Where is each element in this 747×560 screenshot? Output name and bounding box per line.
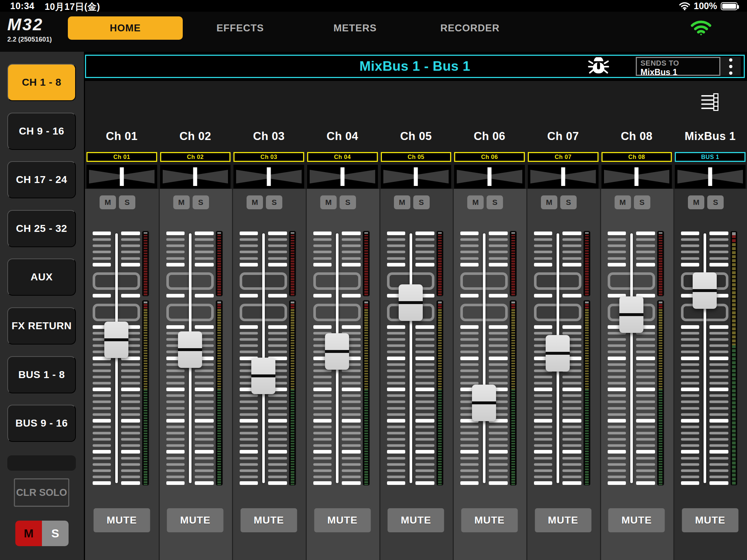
fader-cap[interactable] xyxy=(619,296,643,333)
scribble-strip[interactable]: Ch 07 xyxy=(528,152,599,162)
bug-icon[interactable] xyxy=(588,57,612,75)
sidebar-item-ch-25-32[interactable]: CH 25 - 32 xyxy=(7,210,76,247)
mute-button[interactable]: MUTE xyxy=(461,508,518,532)
meter-led-zone xyxy=(732,232,736,235)
scale-tick-minor xyxy=(240,401,258,403)
scale-tick-minor xyxy=(415,257,434,260)
fader-cap[interactable] xyxy=(693,272,717,309)
sidebar-item-bus-9-16[interactable]: BUS 9 - 16 xyxy=(7,405,76,442)
sidebar-item-ch-9-16[interactable]: CH 9 - 16 xyxy=(7,113,76,150)
scribble-strip[interactable]: Ch 03 xyxy=(233,152,304,162)
strip-name: Ch 03 xyxy=(232,128,306,144)
solo-small-button[interactable]: S xyxy=(707,195,724,209)
scribble-strip[interactable]: Ch 02 xyxy=(160,152,231,162)
master-mute-button[interactable]: M xyxy=(15,521,42,546)
mute-button[interactable]: MUTE xyxy=(241,508,297,532)
pan-control[interactable] xyxy=(381,165,452,188)
scale-tick-major xyxy=(636,450,655,454)
pan-control[interactable] xyxy=(86,165,157,188)
strip-name: Ch 02 xyxy=(159,128,232,144)
fader-cap[interactable] xyxy=(546,335,570,372)
clr-solo-button[interactable]: CLR SOLO xyxy=(14,478,69,507)
solo-small-button[interactable]: S xyxy=(193,195,209,209)
solo-small-button[interactable]: S xyxy=(413,195,430,209)
sidebar-item-ch-1-8[interactable]: CH 1 - 8 xyxy=(7,64,76,101)
strip-2-channel: Ch 02Ch 02MSMUTE xyxy=(159,81,232,560)
scale-tick-minor xyxy=(415,338,434,341)
scale-tick-minor xyxy=(268,257,287,260)
scribble-strip[interactable]: Ch 04 xyxy=(307,152,378,162)
mute-small-button[interactable]: M xyxy=(467,195,484,209)
tab-home[interactable]: HOME xyxy=(68,16,183,40)
tab-meters[interactable]: METERS xyxy=(298,16,413,40)
solo-small-button[interactable]: S xyxy=(266,195,282,209)
scribble-strip[interactable]: Ch 01 xyxy=(86,152,157,162)
master-solo-button[interactable]: S xyxy=(42,521,69,546)
scale-tick-minor xyxy=(342,238,361,241)
scale-tick-major xyxy=(93,263,111,267)
sidebar-item-partial[interactable] xyxy=(7,455,76,471)
scale-tick-minor xyxy=(268,245,287,247)
solo-small-button[interactable]: S xyxy=(340,195,356,209)
pan-wing-right xyxy=(123,168,154,185)
scale-tick-minor xyxy=(415,407,434,409)
mute-button[interactable]: MUTE xyxy=(682,508,739,532)
mute-small-button[interactable]: M xyxy=(100,195,116,209)
scale-tick-minor xyxy=(313,251,332,253)
solo-small-button[interactable]: S xyxy=(119,195,135,209)
mute-small-button[interactable]: M xyxy=(394,195,410,209)
scribble-strip[interactable]: Ch 08 xyxy=(601,152,672,162)
mute-small-button[interactable]: M xyxy=(615,195,631,209)
sends-to-box[interactable]: SENDS TO MixBus 1 xyxy=(636,57,741,76)
sidebar-item-aux[interactable]: AUX xyxy=(7,258,76,296)
mute-button[interactable]: MUTE xyxy=(167,508,224,532)
mute-button[interactable]: MUTE xyxy=(388,508,444,532)
pan-control[interactable] xyxy=(675,165,746,188)
solo-small-button[interactable]: S xyxy=(487,195,503,209)
mute-small-button[interactable]: M xyxy=(688,195,704,209)
pan-control[interactable] xyxy=(601,165,672,188)
scale-tick-minor xyxy=(636,407,655,409)
fader-cap[interactable] xyxy=(399,284,423,321)
scale-tick-minor xyxy=(121,469,140,472)
fader-cap[interactable] xyxy=(472,385,496,421)
pan-control[interactable] xyxy=(307,165,378,188)
solo-small-button[interactable]: S xyxy=(634,195,650,209)
sidebar-item-fx-return[interactable]: FX RETURN xyxy=(7,307,76,345)
mute-small-button[interactable]: M xyxy=(173,195,190,209)
mute-button[interactable]: MUTE xyxy=(93,508,150,532)
fader-cap[interactable] xyxy=(325,333,349,370)
fader-cap[interactable] xyxy=(251,358,275,394)
scribble-strip[interactable]: Ch 05 xyxy=(381,152,452,162)
scale-tick-minor xyxy=(709,376,728,378)
scale-tick-minor xyxy=(240,463,258,466)
sidebar-item-bus-1-8[interactable]: BUS 1 - 8 xyxy=(7,356,76,393)
fader-cap[interactable] xyxy=(178,331,202,368)
scale-tick-minor xyxy=(342,382,361,385)
scribble-strip[interactable]: Ch 06 xyxy=(454,152,525,162)
scale-tick-minor xyxy=(709,382,728,385)
mute-button[interactable]: MUTE xyxy=(608,508,665,532)
status-bar: 10:34 10月17日(金) 100% xyxy=(0,0,747,12)
pan-control[interactable] xyxy=(160,165,231,188)
pan-control[interactable] xyxy=(233,165,304,188)
mute-small-button[interactable]: M xyxy=(541,195,557,209)
mute-button[interactable]: MUTE xyxy=(314,508,371,532)
mute-small-button[interactable]: M xyxy=(320,195,337,209)
tab-effects[interactable]: EFFECTS xyxy=(183,16,298,40)
scale-tick-minor xyxy=(534,257,552,260)
scale-tick-minor xyxy=(460,425,479,428)
mute-button[interactable]: MUTE xyxy=(535,508,591,532)
vertical-dots-icon[interactable] xyxy=(720,57,741,76)
scale-tick-minor xyxy=(240,438,258,441)
sidebar-item-ch-17-24[interactable]: CH 17 - 24 xyxy=(7,161,76,198)
tab-recorder[interactable]: RECORDER xyxy=(413,16,527,40)
fader-cap[interactable] xyxy=(104,322,128,358)
scribble-strip[interactable]: BUS 1 xyxy=(675,152,746,162)
fader-track xyxy=(704,233,706,483)
pan-control[interactable] xyxy=(528,165,599,188)
strip-1-channel: Ch 01Ch 01MSMUTE xyxy=(85,81,159,560)
solo-small-button[interactable]: S xyxy=(560,195,577,209)
pan-control[interactable] xyxy=(454,165,525,188)
mute-small-button[interactable]: M xyxy=(247,195,263,209)
